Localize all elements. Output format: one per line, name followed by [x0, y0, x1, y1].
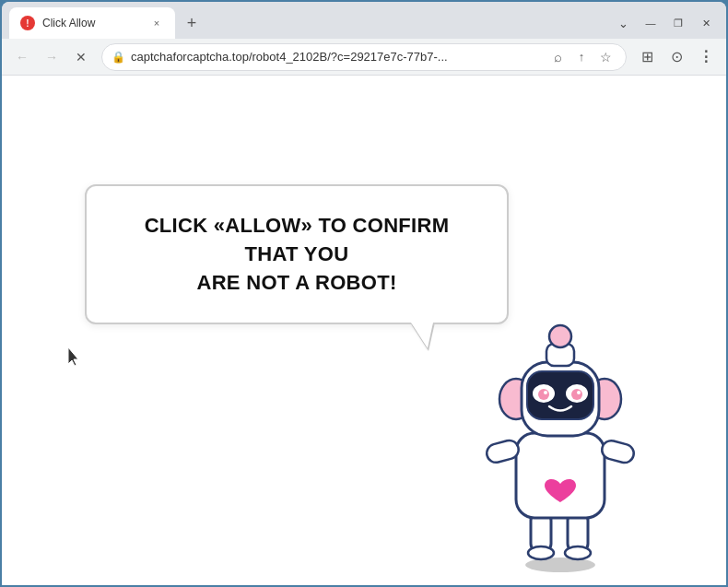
- svg-point-17: [571, 389, 582, 400]
- close-window-button[interactable]: ✕: [693, 13, 719, 33]
- speech-bubble: CLICK «ALLOW» TO CONFIRM THAT YOU ARE NO…: [85, 184, 509, 324]
- active-tab[interactable]: ! Click Allow ×: [9, 7, 175, 39]
- robot-illustration: [468, 263, 652, 558]
- svg-point-4: [565, 546, 591, 559]
- svg-point-12: [549, 325, 571, 347]
- address-bar-icons: ⌕ ↑ ☆: [546, 46, 616, 68]
- extensions-button[interactable]: ⊞: [634, 44, 660, 70]
- tab-title: Click Allow: [42, 17, 142, 29]
- menu-button[interactable]: ⋮: [693, 44, 719, 70]
- svg-point-16: [538, 389, 549, 400]
- back-button[interactable]: ←: [9, 44, 35, 70]
- toolbar: ← → ✕ 🔒 captchaforcaptcha.top/robot4_210…: [2, 39, 726, 76]
- svg-point-19: [577, 391, 581, 394]
- new-tab-button[interactable]: +: [179, 10, 205, 36]
- forward-icon: →: [45, 50, 58, 65]
- reload-button[interactable]: ✕: [68, 44, 94, 70]
- bookmark-icon[interactable]: ☆: [594, 46, 616, 68]
- tab-favicon: !: [20, 16, 35, 30]
- url-text: captchaforcaptcha.top/robot4_2102B/?c=29…: [131, 50, 541, 64]
- page-content: CLICK «ALLOW» TO CONFIRM THAT YOU ARE NO…: [2, 76, 726, 585]
- chevron-down-icon[interactable]: ⌄: [610, 13, 636, 33]
- back-icon: ←: [16, 50, 29, 65]
- forward-button[interactable]: →: [39, 44, 65, 70]
- svg-rect-5: [516, 433, 605, 518]
- search-icon[interactable]: ⌕: [546, 46, 569, 68]
- lock-icon: 🔒: [112, 51, 125, 64]
- cursor: [68, 347, 79, 364]
- svg-point-3: [528, 546, 554, 559]
- window-controls: ⌄ — ❐ ✕: [610, 13, 719, 33]
- reload-icon: ✕: [76, 50, 87, 65]
- bubble-text: CLICK «ALLOW» TO CONFIRM THAT YOU ARE NO…: [116, 212, 477, 297]
- address-bar[interactable]: 🔒 captchaforcaptcha.top/robot4_2102B/?c=…: [101, 43, 627, 71]
- browser-window: ! Click Allow × + ⌄ — ❐ ✕ ← → ✕ 🔒 captch…: [2, 2, 726, 585]
- profile-button[interactable]: ⊙: [663, 44, 689, 70]
- share-icon[interactable]: ↑: [570, 46, 593, 68]
- tab-close-button[interactable]: ×: [149, 16, 164, 30]
- svg-point-18: [544, 391, 547, 394]
- minimize-button[interactable]: —: [638, 13, 663, 33]
- maximize-button[interactable]: ❐: [665, 13, 691, 33]
